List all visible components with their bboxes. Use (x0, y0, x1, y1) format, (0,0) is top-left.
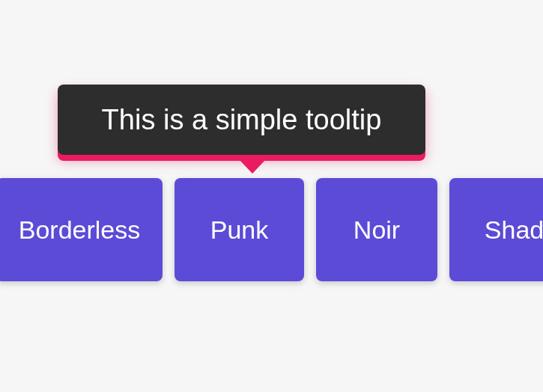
button-label: Shad (485, 215, 543, 245)
tooltip: This is a simple tooltip (58, 85, 425, 155)
button-row: Borderless Punk Noir Shad (0, 178, 543, 281)
style-button-shade[interactable]: Shad (449, 178, 543, 281)
style-button-borderless[interactable]: Borderless (0, 178, 163, 281)
button-label: Borderless (19, 215, 141, 245)
button-label: Noir (354, 215, 400, 245)
style-button-noir[interactable]: Noir (316, 178, 437, 281)
button-label: Punk (210, 215, 269, 245)
tooltip-text: This is a simple tooltip (102, 104, 382, 136)
style-button-punk[interactable]: Punk (175, 178, 304, 281)
